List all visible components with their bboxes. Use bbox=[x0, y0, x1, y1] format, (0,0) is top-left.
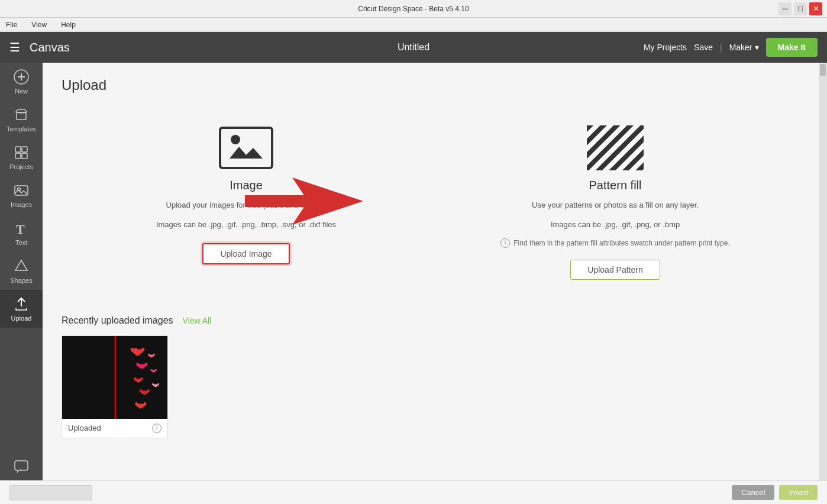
image-card-desc1: Upload your images for free (basic and v… bbox=[166, 199, 327, 212]
templates-icon bbox=[13, 106, 30, 123]
svg-rect-13 bbox=[220, 128, 272, 168]
pattern-card-desc2: Images can be .jpg, .gif, .png, or .bmp bbox=[551, 219, 680, 231]
svg-rect-6 bbox=[15, 153, 21, 159]
image-card-title: Image bbox=[230, 179, 263, 192]
cancel-button[interactable]: Cancel bbox=[732, 485, 774, 500]
image-grid: Uploaded i bbox=[62, 335, 800, 438]
bottom-right: Cancel Insert bbox=[732, 485, 818, 500]
maker-dropdown[interactable]: Maker ▾ bbox=[729, 43, 759, 52]
document-title: Untitled bbox=[398, 42, 429, 53]
minimize-button[interactable]: ─ bbox=[778, 2, 792, 15]
pattern-upload-card: Pattern fill Use your patterns or photos… bbox=[431, 112, 800, 292]
hamburger-button[interactable]: ☰ bbox=[9, 41, 20, 53]
sidebar-item-chat[interactable] bbox=[11, 452, 32, 480]
menu-bar: File View Help bbox=[0, 18, 827, 32]
svg-rect-7 bbox=[22, 153, 27, 159]
images-label: Images bbox=[11, 201, 32, 208]
svg-rect-12 bbox=[15, 461, 28, 470]
shapes-label: Shapes bbox=[10, 277, 32, 284]
sidebar-item-templates[interactable]: Templates bbox=[0, 101, 43, 138]
title-bar: Cricut Design Space - Beta v5.4.10 ─ □ ✕ bbox=[0, 0, 827, 18]
main-layout: New Templates Projects bbox=[0, 63, 827, 480]
title-bar-title: Cricut Design Space - Beta v5.4.10 bbox=[358, 5, 469, 13]
sidebar-item-shapes[interactable]: Shapes bbox=[0, 252, 43, 290]
image-card-icon bbox=[217, 124, 276, 172]
header-right: My Projects Save | Maker ▾ Make It bbox=[644, 38, 818, 57]
chat-area bbox=[11, 452, 32, 480]
bottom-bar: Cancel Insert bbox=[0, 480, 827, 504]
sidebar-item-images[interactable]: Images bbox=[0, 176, 43, 214]
uploaded-label: Uploaded bbox=[68, 424, 101, 432]
scrollbar[interactable] bbox=[819, 63, 827, 480]
sidebar-item-new[interactable]: New bbox=[0, 63, 43, 101]
scrollbar-thumb[interactable] bbox=[820, 64, 826, 76]
upload-cards: Image Upload your images for free (basic… bbox=[62, 112, 800, 292]
svg-rect-3 bbox=[17, 112, 26, 119]
image-upload-card: Image Upload your images for free (basic… bbox=[62, 112, 431, 292]
text-icon: T bbox=[13, 220, 30, 237]
templates-label: Templates bbox=[7, 125, 36, 133]
svg-rect-20 bbox=[587, 125, 644, 170]
pattern-card-title: Pattern fill bbox=[589, 179, 642, 192]
title-bar-controls: ─ □ ✕ bbox=[778, 2, 822, 15]
svg-rect-5 bbox=[22, 147, 27, 152]
menu-file[interactable]: File bbox=[4, 20, 20, 30]
header-divider: | bbox=[720, 43, 722, 52]
app-header: ☰ Canvas Untitled My Projects Save | Mak… bbox=[0, 32, 827, 63]
new-icon bbox=[13, 69, 30, 85]
save-button[interactable]: Save bbox=[694, 43, 713, 52]
svg-point-15 bbox=[231, 135, 240, 144]
projects-icon bbox=[13, 144, 30, 161]
svg-text:T: T bbox=[16, 222, 25, 236]
insert-button[interactable]: Insert bbox=[779, 485, 818, 500]
pattern-card-desc1: Use your patterns or photos as a fill on… bbox=[532, 199, 699, 212]
my-projects-link[interactable]: My Projects bbox=[644, 43, 687, 52]
svg-rect-8 bbox=[15, 186, 28, 195]
pattern-info-row: i Find them in the pattern fill attribut… bbox=[500, 238, 730, 248]
menu-view[interactable]: View bbox=[29, 20, 49, 30]
info-icon: i bbox=[500, 238, 510, 248]
images-icon bbox=[13, 182, 30, 199]
recent-section-title: Recently uploaded images bbox=[62, 315, 173, 326]
sidebar-item-projects[interactable]: Projects bbox=[0, 138, 43, 176]
menu-help[interactable]: Help bbox=[59, 20, 78, 30]
search-input[interactable] bbox=[9, 485, 92, 500]
content-area: Upload Image Upload your images for free… bbox=[43, 63, 819, 480]
image-card-footer: Uploaded i bbox=[62, 419, 167, 438]
upload-pattern-button[interactable]: Upload Pattern bbox=[570, 260, 660, 280]
pattern-info-text: Find them in the pattern fill attributes… bbox=[513, 239, 730, 247]
sidebar-item-upload[interactable]: Upload bbox=[0, 290, 43, 328]
image-info-icon[interactable]: i bbox=[152, 424, 161, 433]
recent-section-header: Recently uploaded images View All bbox=[62, 315, 800, 326]
svg-marker-14 bbox=[230, 147, 263, 159]
view-all-link[interactable]: View All bbox=[183, 316, 212, 325]
text-label: Text bbox=[15, 239, 27, 246]
upload-label: Upload bbox=[11, 315, 32, 322]
sidebar-item-text[interactable]: T Text bbox=[0, 214, 43, 252]
sidebar: New Templates Projects bbox=[0, 63, 43, 480]
image-card-desc2: Images can be .jpg, .gif, .png, .bmp, .s… bbox=[156, 219, 336, 231]
projects-label: Projects bbox=[9, 163, 33, 170]
shapes-icon bbox=[13, 258, 30, 274]
canvas-label: Canvas bbox=[30, 41, 70, 54]
new-label: New bbox=[15, 88, 28, 95]
pattern-card-icon bbox=[586, 124, 645, 172]
close-button[interactable]: ✕ bbox=[809, 2, 822, 15]
page-title: Upload bbox=[62, 77, 800, 93]
svg-marker-11 bbox=[15, 260, 27, 270]
make-it-button[interactable]: Make It bbox=[766, 38, 818, 57]
chat-icon bbox=[13, 458, 30, 474]
maximize-button[interactable]: □ bbox=[794, 2, 807, 15]
upload-icon bbox=[13, 296, 30, 312]
image-card-item[interactable]: Uploaded i bbox=[62, 335, 168, 438]
svg-rect-4 bbox=[15, 147, 21, 152]
upload-image-button[interactable]: Upload Image bbox=[202, 243, 289, 264]
image-thumbnail bbox=[62, 336, 167, 419]
